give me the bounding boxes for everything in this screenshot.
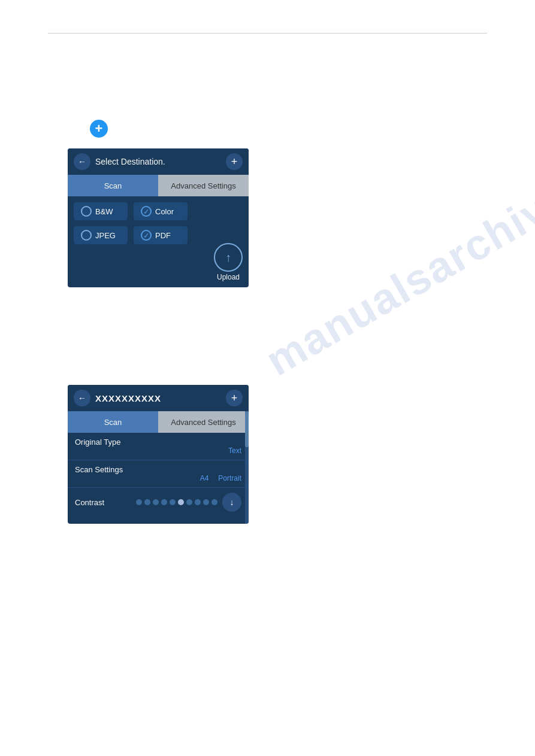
screen1-back-button[interactable]: ←: [74, 153, 90, 170]
format-row: JPEG ✓ PDF: [74, 226, 243, 244]
device-screen-2: ← XXXXXXXXXX + Scan Advanced Settings Or…: [68, 385, 249, 524]
upload-button[interactable]: ↑: [214, 243, 243, 272]
scrollbar-track: [245, 411, 249, 524]
screen1-tab-advanced-settings[interactable]: Advanced Settings: [158, 175, 249, 196]
pdf-checkmark: ✓: [143, 231, 150, 240]
device-screen-1: ← Select Destination. + Scan Advanced Se…: [68, 148, 249, 287]
screen1-add-button[interactable]: +: [226, 153, 243, 170]
contrast-dot-10: [211, 499, 217, 505]
scan-settings-row[interactable]: Scan Settings A4 Portrait: [68, 460, 249, 488]
screen2-back-button[interactable]: ←: [74, 390, 90, 406]
bw-radio: [81, 206, 92, 217]
upload-label: Upload: [217, 273, 240, 281]
screen1-tab-scan[interactable]: Scan: [68, 175, 158, 196]
page: manualsarchive.com + ← Select Destinatio…: [0, 0, 535, 756]
screen1-title: Select Destination.: [90, 157, 226, 166]
color-checkmark: ✓: [143, 207, 150, 216]
screen2-tab-bar: Scan Advanced Settings: [68, 411, 249, 433]
jpeg-radio: [81, 230, 92, 241]
contrast-label: Contrast: [75, 498, 104, 507]
original-type-value: Text: [75, 447, 241, 455]
contrast-dot-6: [178, 499, 184, 505]
scan-settings-value-a4: A4: [200, 474, 209, 482]
screen2-content: Original Type Text Scan Settings A4 Port…: [68, 433, 249, 517]
screen1-content: B&W ✓ Color JPEG ✓: [68, 196, 249, 250]
top-divider: [48, 33, 487, 34]
contrast-dot-7: [186, 499, 192, 505]
jpeg-option[interactable]: JPEG: [74, 226, 128, 244]
contrast-slider[interactable]: [136, 499, 217, 505]
upload-area: ↑ Upload: [214, 243, 243, 281]
color-radio: ✓: [141, 206, 152, 217]
screen2-tab-advanced-settings[interactable]: Advanced Settings: [158, 411, 249, 433]
contrast-dot-5: [170, 499, 176, 505]
scroll-down-button[interactable]: ↓: [222, 493, 241, 512]
bw-option[interactable]: B&W: [74, 202, 128, 220]
scan-settings-value-portrait: Portrait: [218, 474, 241, 482]
color-label: Color: [155, 207, 174, 216]
contrast-row: Contrast ↓: [68, 488, 249, 517]
add-destination-icon-container: +: [90, 120, 108, 138]
contrast-dot-3: [153, 499, 159, 505]
screen1-tab-bar: Scan Advanced Settings: [68, 175, 249, 196]
contrast-dot-8: [195, 499, 201, 505]
original-type-label: Original Type: [75, 438, 241, 447]
screen2-tab-scan[interactable]: Scan: [68, 411, 158, 433]
scan-settings-label: Scan Settings: [75, 465, 241, 474]
screen2-add-button[interactable]: +: [226, 390, 243, 406]
scan-settings-values: A4 Portrait: [75, 474, 241, 482]
screen1-header: ← Select Destination. +: [68, 148, 249, 175]
add-destination-icon[interactable]: +: [90, 120, 108, 138]
contrast-dot-4: [161, 499, 167, 505]
color-mode-row: B&W ✓ Color: [74, 202, 243, 220]
pdf-option[interactable]: ✓ PDF: [134, 226, 188, 244]
screen2-header: ← XXXXXXXXXX +: [68, 385, 249, 411]
screen2-title: XXXXXXXXXX: [90, 393, 226, 403]
contrast-dot-9: [203, 499, 209, 505]
pdf-radio: ✓: [141, 230, 152, 241]
color-option[interactable]: ✓ Color: [134, 202, 188, 220]
original-type-row[interactable]: Original Type Text: [68, 433, 249, 460]
pdf-label: PDF: [155, 231, 171, 240]
contrast-dot-2: [144, 499, 150, 505]
bw-label: B&W: [95, 207, 113, 216]
scrollbar-thumb[interactable]: [245, 411, 249, 447]
upload-arrow-icon: ↑: [225, 251, 231, 265]
watermark: manualsarchive.com: [258, 119, 535, 385]
contrast-dot-1: [136, 499, 142, 505]
jpeg-label: JPEG: [95, 231, 116, 240]
